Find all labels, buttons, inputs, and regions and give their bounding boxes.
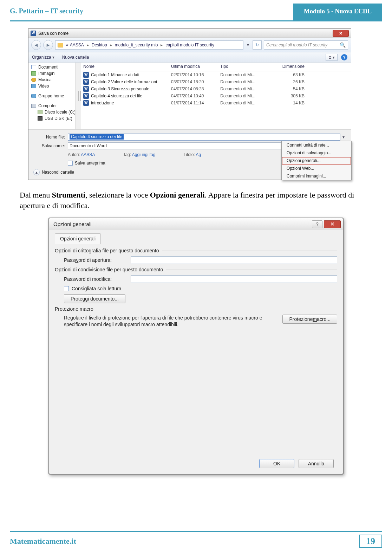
header-divider: [10, 20, 382, 21]
nav-item-musica[interactable]: Musica: [31, 77, 79, 83]
crumb-3[interactable]: capitoli modulo IT security: [165, 43, 214, 47]
nav-pane: Documenti Immagini Musica Video Gruppo h…: [28, 63, 81, 129]
drive-icon: [38, 110, 43, 114]
file-toolbar: Organizza Nuova cartella ≣ ?: [28, 52, 351, 63]
file-row[interactable]: introduzione 01/07/2014 11:14 Documento …: [81, 99, 351, 107]
back-button[interactable]: ◄: [31, 40, 41, 50]
password-open-label: Password di apertura:: [64, 257, 127, 263]
nav-item-computer[interactable]: Computer: [31, 103, 79, 109]
search-placeholder: Cerca capitoli modulo IT security: [266, 43, 327, 47]
filename-label: Nome file:: [33, 135, 68, 140]
nav-item-video[interactable]: Video: [31, 83, 79, 89]
nav-item-documenti[interactable]: Documenti: [31, 64, 79, 70]
word-icon: [83, 100, 89, 106]
filename-dropdown-icon[interactable]: ▾: [340, 135, 347, 140]
file-row[interactable]: Capitolo 4 sicurezza dei file 04/07/2014…: [81, 92, 351, 99]
word-icon: [83, 79, 89, 85]
file-row[interactable]: Capitolo 3 Sicurezza personale 04/07/201…: [81, 85, 351, 92]
saveas-label: Salva come:: [33, 143, 68, 148]
organize-menu[interactable]: Organizza: [32, 55, 54, 60]
close-button[interactable]: ✕: [333, 30, 349, 37]
doc-module-badge: Modulo 5 - Nuova ECDL: [293, 4, 382, 20]
search-icon: 🔍: [340, 42, 346, 48]
splitter-handle[interactable]: [78, 91, 81, 101]
tools-item-web-options[interactable]: Opzioni Web...: [282, 164, 351, 172]
refresh-button[interactable]: ↻: [253, 40, 262, 50]
col-size[interactable]: Dimensione: [269, 64, 305, 69]
instruction-paragraph: Dal menu Strumenti, selezionare la voce …: [20, 190, 372, 211]
col-date[interactable]: Ultima modifica: [171, 64, 220, 69]
macro-protection-button[interactable]: Protezione macro...: [282, 315, 337, 324]
tools-menu: Connetti unità di rete... Opzioni di sal…: [281, 141, 352, 180]
dialog2-title: Opzioni generali: [53, 221, 91, 227]
group-macro-label: Protezione macro: [55, 306, 93, 312]
password-modify-label: Password di modifica:: [64, 276, 127, 282]
dialog2-titlebar: Opzioni generali ? ✕: [49, 218, 343, 230]
crumb-2[interactable]: modulo_it_security mio: [115, 43, 158, 47]
forward-button[interactable]: ►: [43, 40, 53, 50]
crumb-0[interactable]: AASSA: [70, 43, 84, 47]
tools-item-netdrive[interactable]: Connetti unità di rete...: [282, 141, 351, 149]
title-value[interactable]: Ag: [196, 152, 201, 157]
macro-description: Regolare il livello di protezione per l'…: [64, 315, 277, 327]
computer-icon: [31, 104, 36, 108]
col-type[interactable]: Tipo: [220, 64, 269, 69]
nav-item-drive-c[interactable]: Disco locale (C:): [37, 109, 79, 115]
save-preview-checkbox[interactable]: [68, 161, 73, 166]
filename-input[interactable]: Capitolo 4 sicurezza dei file: [68, 134, 340, 141]
tag-label: Tag:: [123, 152, 131, 157]
cancel-button[interactable]: Annulla: [299, 459, 334, 468]
author-label: Autori:: [68, 152, 80, 157]
password-modify-input[interactable]: [131, 275, 337, 283]
nav-item-immagini[interactable]: Immagini: [31, 70, 79, 77]
word-icon: [83, 93, 89, 99]
col-name[interactable]: Nome: [83, 64, 171, 69]
search-input[interactable]: Cerca capitoli modulo IT security 🔍: [264, 40, 348, 50]
word-icon: [31, 31, 36, 36]
tag-value[interactable]: Aggiungi tag: [132, 152, 156, 157]
nav-item-drive-usb[interactable]: USB DISK (E:): [37, 115, 79, 122]
help-button[interactable]: ?: [341, 54, 347, 60]
hide-folders-toggle[interactable]: ▲: [33, 169, 40, 175]
dropdown-caret-icon[interactable]: ▾: [246, 43, 250, 47]
document-icon: [31, 65, 36, 69]
video-icon: [31, 84, 36, 88]
word-icon: [83, 86, 89, 92]
music-icon: [31, 78, 36, 82]
doc-author-title: G. Pettarin – IT security: [10, 4, 83, 20]
dialog-titlebar: Salva con nome ✕: [28, 29, 351, 38]
title-label: Titolo:: [183, 152, 195, 157]
tools-item-save-options[interactable]: Opzioni di salvataggio...: [282, 149, 351, 157]
word-icon: [83, 72, 89, 78]
protect-document-button[interactable]: Proteggi documento...: [64, 294, 125, 303]
group-crypto-label: Opzioni di crittografia file per questo …: [55, 248, 159, 253]
file-row[interactable]: Capitolo 2 Valore delle informazioni 03/…: [81, 78, 351, 85]
column-headers[interactable]: Nome Ultima modifica Tipo Dimensione: [81, 63, 351, 71]
readonly-checkbox[interactable]: [64, 286, 69, 291]
breadcrumb-bar[interactable]: « AASSA▸ Desktop▸ modulo_it_security mio…: [55, 40, 243, 50]
dialog-title: Salva con nome: [38, 31, 68, 36]
password-open-input[interactable]: [131, 256, 337, 264]
nav-item-homegroup[interactable]: Gruppo home: [31, 93, 79, 99]
folder-icon: [58, 43, 63, 47]
crumb-1[interactable]: Desktop: [92, 43, 107, 47]
footer-site: Matematicamente.it: [10, 537, 76, 546]
view-button[interactable]: ≣: [326, 54, 338, 61]
file-row[interactable]: Capitolo 1 Minacce ai dati 02/07/2014 10…: [81, 71, 351, 78]
page-number: 19: [359, 535, 382, 548]
tab-general-options[interactable]: Opzioni generali: [55, 233, 101, 244]
crumb-prefix: «: [66, 43, 68, 47]
ok-button[interactable]: OK: [259, 459, 294, 468]
new-folder-button[interactable]: Nuova cartella: [62, 55, 89, 60]
usb-icon: [38, 116, 43, 121]
tabstrip: Opzioni generali: [55, 233, 337, 244]
pictures-icon: [31, 71, 36, 76]
tools-item-compress-images[interactable]: Comprimi immagini...: [282, 172, 351, 180]
close-button[interactable]: ✕: [324, 220, 341, 228]
address-row: ◄ ► « AASSA▸ Desktop▸ modulo_it_security…: [28, 38, 351, 52]
tools-item-general-options[interactable]: Opzioni generali...: [282, 157, 351, 164]
hide-folders-label[interactable]: Nascondi cartelle: [42, 170, 74, 175]
help-button[interactable]: ?: [312, 220, 322, 228]
save-preview-label: Salva anteprima: [75, 161, 105, 166]
author-value[interactable]: AASSA: [81, 152, 95, 157]
